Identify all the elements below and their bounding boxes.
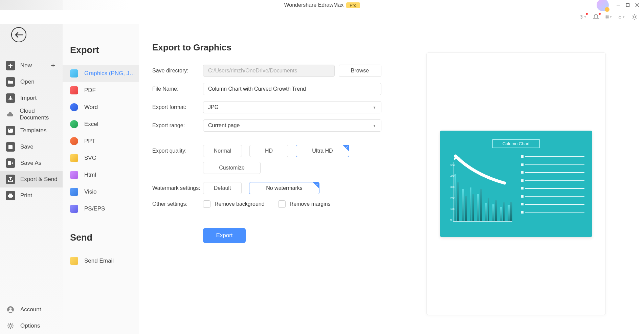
export-heading: Export xyxy=(63,45,139,55)
nav-label: Options xyxy=(20,322,40,329)
email-icon xyxy=(70,257,78,265)
minimize-button[interactable] xyxy=(615,2,622,8)
quality-ultrahd-button[interactable]: Ultra HD ✓ xyxy=(296,145,349,157)
customize-button[interactable]: Customize xyxy=(203,162,261,174)
svg-text:?: ? xyxy=(581,16,582,18)
sub-item-ppt[interactable]: PPT xyxy=(63,133,139,150)
export-icon xyxy=(6,175,15,184)
sub-item-send-email[interactable]: Send Email xyxy=(63,252,139,269)
folder-icon xyxy=(6,77,15,87)
quality-normal-button[interactable]: Normal xyxy=(203,145,242,157)
notification-icon[interactable] xyxy=(593,14,599,20)
theme-icon[interactable]: ▼ xyxy=(618,14,625,20)
sub-item-pdf[interactable]: PDF xyxy=(63,82,139,99)
nav-templates[interactable]: Templates xyxy=(0,123,63,139)
svg-rect-13 xyxy=(8,129,13,133)
nav-label: Export & Send xyxy=(20,176,58,183)
nav-options[interactable]: Options xyxy=(0,318,63,334)
cloud-icon xyxy=(6,110,15,119)
nav-label: Cloud Documents xyxy=(20,108,63,121)
svg-rect-1 xyxy=(626,4,629,7)
sub-item-word[interactable]: Word xyxy=(63,99,139,116)
svg-point-19 xyxy=(9,308,12,310)
form-title: Export to Graphics xyxy=(152,42,381,53)
close-button[interactable] xyxy=(634,2,641,8)
watermark-none-button[interactable]: No watermarks ✓ xyxy=(249,182,319,194)
chevron-down-icon: ▼ xyxy=(373,106,376,109)
nav-export-send[interactable]: Export & Send xyxy=(0,171,63,187)
templates-icon xyxy=(6,126,15,135)
sub-label: PDF xyxy=(84,87,96,94)
nav-import[interactable]: Import xyxy=(0,90,63,106)
sub-label: SVG xyxy=(84,155,96,161)
maximize-button[interactable] xyxy=(624,2,631,8)
plus-icon xyxy=(6,61,15,70)
nav-save[interactable]: Save xyxy=(0,139,63,155)
user-avatar[interactable] xyxy=(597,0,609,11)
nav-account[interactable]: Account xyxy=(0,302,63,318)
svg-icon xyxy=(70,154,78,162)
browse-button[interactable]: Browse xyxy=(339,65,381,77)
sub-label: Excel xyxy=(84,121,98,128)
pseps-icon xyxy=(70,205,78,213)
export-format-label: Export format: xyxy=(152,104,203,110)
app-title: Wondershare EdrawMax xyxy=(284,2,343,8)
file-name-input[interactable] xyxy=(203,83,381,95)
remove-margins-label: Remove margins xyxy=(290,201,331,207)
pro-badge: Pro xyxy=(346,2,360,8)
svg-point-20 xyxy=(9,325,12,327)
html-icon xyxy=(70,171,78,179)
help-icon[interactable]: ?▼ xyxy=(580,14,586,20)
sub-item-html[interactable]: Html xyxy=(63,166,139,183)
back-button[interactable] xyxy=(11,27,26,42)
quality-hd-button[interactable]: HD xyxy=(249,145,288,157)
export-range-select[interactable]: Current page ▼ xyxy=(203,119,381,132)
sub-label: Word xyxy=(84,104,98,111)
nav-cloud[interactable]: Cloud Documents xyxy=(0,106,63,123)
nav-label: Save xyxy=(20,143,34,150)
save-icon xyxy=(6,142,15,152)
nav-print[interactable]: Print xyxy=(0,187,63,204)
settings-icon[interactable] xyxy=(631,14,638,20)
watermark-default-button[interactable]: Default xyxy=(203,182,242,194)
sub-item-pseps[interactable]: PS/EPS xyxy=(63,200,139,217)
visio-icon xyxy=(70,188,78,196)
chart-preview: Column Chart 5004003002001000 xyxy=(440,131,592,237)
divider xyxy=(152,138,381,138)
sub-item-graphics[interactable]: Graphics (PNG, JPG et... xyxy=(63,65,139,82)
export-format-select[interactable]: JPG ▼ xyxy=(203,101,381,113)
remove-background-label: Remove background xyxy=(215,201,265,207)
nav-new[interactable]: New + xyxy=(0,58,63,74)
sub-item-visio[interactable]: Visio xyxy=(63,183,139,200)
add-icon[interactable]: + xyxy=(51,61,55,70)
remove-background-checkbox[interactable] xyxy=(203,200,210,208)
svg-rect-14 xyxy=(9,129,10,130)
apps-icon[interactable]: ▼ xyxy=(605,14,612,20)
chart-title: Column Chart xyxy=(492,139,540,148)
sub-label: PPT xyxy=(84,138,95,144)
print-icon xyxy=(6,191,15,200)
nav-open[interactable]: Open xyxy=(0,74,63,90)
nav-label: Templates xyxy=(20,127,46,134)
svg-rect-9 xyxy=(607,17,608,18)
chevron-down-icon: ▼ xyxy=(373,124,376,128)
nav-label: Import xyxy=(20,95,37,102)
word-icon xyxy=(70,103,78,111)
sub-item-excel[interactable]: Excel xyxy=(63,116,139,133)
excel-icon xyxy=(70,120,78,128)
sub-item-svg[interactable]: SVG xyxy=(63,150,139,166)
svg-rect-8 xyxy=(606,17,607,18)
nav-label: New xyxy=(20,62,32,69)
send-heading: Send xyxy=(63,232,139,243)
sub-label: Visio xyxy=(84,188,97,195)
account-icon xyxy=(6,305,15,314)
other-settings-label: Other settings: xyxy=(152,201,203,207)
svg-point-10 xyxy=(634,16,636,18)
save-directory-input: C:/Users/rimzh/OneDrive/Documents xyxy=(203,65,335,77)
nav-save-as[interactable]: Save As xyxy=(0,155,63,171)
watermark-label: Watermark settings: xyxy=(152,185,203,191)
save-directory-label: Save directory: xyxy=(152,68,203,74)
remove-margins-checkbox[interactable] xyxy=(278,200,286,208)
export-button[interactable]: Export xyxy=(203,228,246,243)
svg-rect-7 xyxy=(607,16,608,17)
